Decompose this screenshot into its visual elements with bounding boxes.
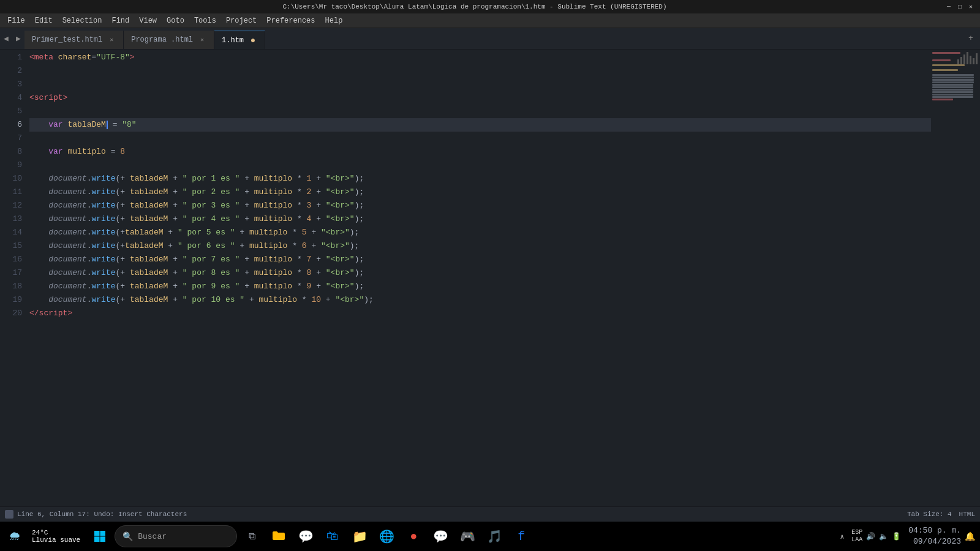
title-bar: C:\Users\Mr taco\Desktop\Alura Latam\Log… xyxy=(0,0,980,13)
code-line-7 xyxy=(29,132,931,145)
svg-rect-2 xyxy=(94,537,100,542)
maximize-button[interactable]: □ xyxy=(956,2,964,11)
tab-programa[interactable]: Programa .html ✕ xyxy=(124,31,214,49)
line-num-14: 14 xyxy=(0,226,22,239)
taskbar-explorer-icon[interactable]: 📁 xyxy=(347,524,372,549)
menu-view[interactable]: View xyxy=(134,15,162,26)
tab-programa-label: Programa .html xyxy=(131,36,193,44)
search-label: Buscar xyxy=(138,532,167,541)
line-num-9: 9 xyxy=(0,159,22,172)
title-text: C:\Users\Mr taco\Desktop\Alura Latam\Log… xyxy=(5,3,944,10)
code-line-11: document.write(+ tabladeM + " por 2 es "… xyxy=(29,186,931,199)
minimap-line-16 xyxy=(932,89,973,91)
line-num-13: 13 xyxy=(0,212,22,226)
code-line-16: document.write(+ tabladeM + " por 7 es "… xyxy=(29,253,931,266)
taskbar-edge-icon[interactable]: 🌐 xyxy=(374,524,399,549)
minimize-button[interactable]: ─ xyxy=(944,2,953,11)
menu-goto[interactable]: Goto xyxy=(162,15,189,26)
svg-rect-0 xyxy=(94,531,100,536)
menu-preferences[interactable]: Preferences xyxy=(262,15,320,26)
line-num-15: 15 xyxy=(0,239,22,253)
tab-prev-button[interactable]: ◀ xyxy=(0,28,12,49)
tab-1htm[interactable]: 1.htm ● xyxy=(214,31,265,49)
code-line-17: document.write(+ tabladeM + " por 8 es "… xyxy=(29,266,931,280)
taskbar-app2-icon[interactable]: 🎵 xyxy=(482,524,507,549)
volume-icon[interactable]: 🔈 xyxy=(879,532,888,541)
code-line-9 xyxy=(29,159,931,172)
menu-file[interactable]: File xyxy=(2,15,30,26)
start-button[interactable] xyxy=(88,524,112,549)
tab-programa-close[interactable]: ✕ xyxy=(198,36,206,44)
code-line-18: document.write(+ tabladeM + " por 9 es "… xyxy=(29,280,931,293)
status-left: Line 6, Column 17: Undo: Insert Characte… xyxy=(5,510,907,519)
search-icon: 🔍 xyxy=(123,531,133,542)
tab-primer-test[interactable]: Primer_test.html ✕ xyxy=(24,31,124,49)
menu-bar: File Edit Selection Find View Goto Tools… xyxy=(0,13,980,28)
minimap-line-12 xyxy=(932,79,974,81)
minimap-line-10 xyxy=(932,74,974,76)
task-view-button[interactable]: ⧉ xyxy=(239,524,264,549)
code-line-15: document.write(+tabladeM + " por 6 es " … xyxy=(29,239,931,253)
taskbar-datetime[interactable]: 04:50 p. m. 09/04/2023 xyxy=(908,525,961,547)
taskbar-weather-info: 24°C Lluvia suave xyxy=(27,529,85,544)
taskbar-files-icon[interactable] xyxy=(266,524,291,549)
status-language[interactable]: HTML xyxy=(959,511,975,518)
notification-icon[interactable]: 🔔 xyxy=(965,531,975,542)
menu-project[interactable]: Project xyxy=(221,15,262,26)
battery-icon[interactable]: 🔋 xyxy=(892,532,901,541)
taskbar-chat-icon[interactable]: 💬 xyxy=(293,524,318,549)
status-tabsize[interactable]: Tab Size: 4 xyxy=(907,511,952,518)
menu-find[interactable]: Find xyxy=(107,15,134,26)
line-num-12: 12 xyxy=(0,199,22,212)
minimap-line-14 xyxy=(932,84,973,86)
taskbar-search[interactable]: 🔍 Buscar xyxy=(115,525,237,547)
taskbar-app1-icon[interactable]: ● xyxy=(401,524,426,549)
status-icon xyxy=(5,510,13,519)
taskbar-date-display: 09/04/2023 xyxy=(908,536,961,547)
taskbar-time-display: 04:50 p. m. xyxy=(908,525,961,536)
line-num-2: 2 xyxy=(0,64,22,78)
code-line-19: document.write(+ tabladeM + " por 10 es … xyxy=(29,293,931,307)
lang-main: ESP xyxy=(851,529,862,536)
taskbar-whatsapp-icon[interactable]: 💬 xyxy=(428,524,453,549)
taskbar-store-icon[interactable]: 🛍 xyxy=(320,524,345,549)
status-bar: Line 6, Column 17: Undo: Insert Characte… xyxy=(0,506,980,522)
code-area[interactable]: <meta charset="UTF-8"> <script> var tabl… xyxy=(27,50,931,506)
close-button[interactable]: ✕ xyxy=(967,2,975,11)
menu-selection[interactable]: Selection xyxy=(58,15,107,26)
code-line-1: <meta charset="UTF-8"> xyxy=(29,51,931,64)
input-language-badge[interactable]: ESP LAA xyxy=(851,529,862,544)
line-num-6: 6 xyxy=(0,118,22,132)
editor-container: 1 2 3 4 5 6 7 8 9 10 11 12 13 14 15 16 1… xyxy=(0,50,980,506)
new-tab-button[interactable]: + xyxy=(962,28,980,49)
window-controls: ─ □ ✕ xyxy=(944,2,975,11)
taskbar-weather-widget: 🌧 24°C Lluvia suave xyxy=(5,527,85,546)
tab-1htm-close[interactable]: ● xyxy=(249,36,257,45)
menu-edit[interactable]: Edit xyxy=(30,15,58,26)
network-icon[interactable]: 🔊 xyxy=(866,532,875,541)
code-line-2 xyxy=(29,64,931,78)
weather-icon: 🌧 xyxy=(5,527,24,546)
tab-next-button[interactable]: ▶ xyxy=(12,28,24,49)
code-line-3 xyxy=(29,78,931,91)
svg-rect-1 xyxy=(100,531,106,536)
minimap-line-4 xyxy=(932,59,951,61)
minimap-decoration xyxy=(957,52,978,64)
taskbar-facebook-icon[interactable]: f xyxy=(509,524,533,549)
tab-primer-test-close[interactable]: ✕ xyxy=(107,36,116,44)
minimap-line-6 xyxy=(932,64,965,66)
menu-help[interactable]: Help xyxy=(320,15,348,26)
line-num-20: 20 xyxy=(0,307,22,320)
taskbar-discord-icon[interactable]: 🎮 xyxy=(455,524,480,549)
taskbar-sys-icons: ESP LAA 🔊 🔈 🔋 xyxy=(848,529,905,544)
minimap-line-20 xyxy=(932,99,953,100)
minimap xyxy=(931,50,980,506)
menu-tools[interactable]: Tools xyxy=(189,15,221,26)
system-tray: ∧ ESP LAA 🔊 🔈 🔋 04:50 p. m. 09/04/2023 🔔 xyxy=(840,525,975,547)
tray-expand-icon[interactable]: ∧ xyxy=(840,533,845,541)
line-num-10: 10 xyxy=(0,172,22,186)
line-num-8: 8 xyxy=(0,145,22,159)
line-num-5: 5 xyxy=(0,105,22,118)
code-line-14: document.write(+tabladeM + " por 5 es " … xyxy=(29,226,931,239)
weather-temp: 24°C xyxy=(32,529,80,536)
